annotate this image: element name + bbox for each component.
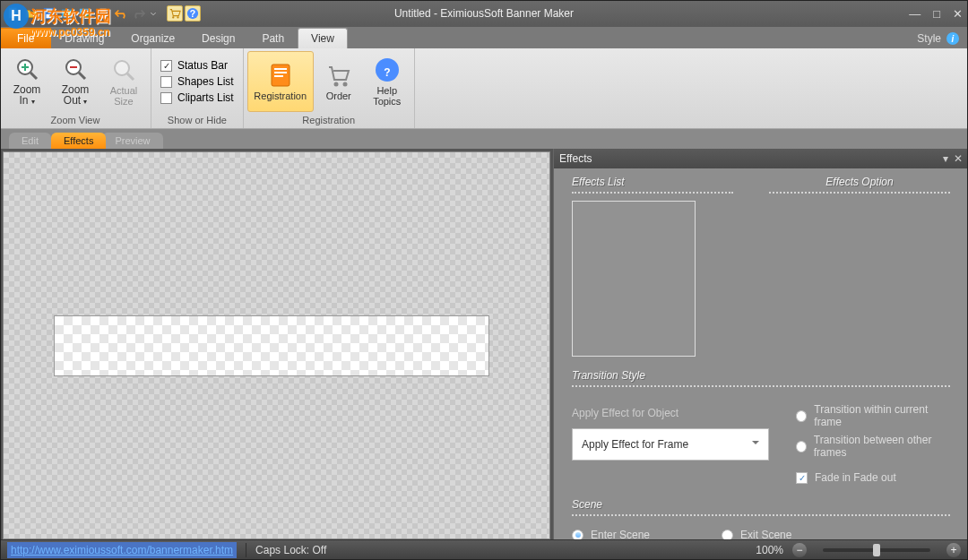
zoom-in-button[interactable]: Zoom In ▾ — [4, 51, 50, 112]
svg-line-20 — [79, 73, 85, 79]
qat-new-icon[interactable] — [5, 5, 22, 22]
svg-rect-27 — [274, 75, 283, 77]
tab-file[interactable]: File — [0, 28, 51, 48]
qat-redo-icon[interactable] — [131, 5, 147, 22]
qat-cart-icon[interactable] — [167, 5, 183, 22]
trans-within-radio[interactable]: Transition within current frame — [796, 403, 950, 428]
help-icon: ? — [374, 56, 401, 83]
zoom-out-button[interactable]: Zoom Out ▾ — [52, 51, 99, 112]
actual-size-icon — [110, 56, 137, 83]
style-label: Style — [917, 32, 941, 45]
status-bar: http://www.eximioussoft.com/bannermaker.… — [0, 539, 968, 560]
exit-scene-label: Exit Scene — [740, 529, 791, 539]
actual-size-button: Actual Size — [100, 51, 147, 112]
qat-print-icon[interactable] — [95, 5, 111, 22]
panel-menu-icon[interactable]: ▾ — [943, 152, 948, 165]
effects-listbox[interactable] — [572, 201, 696, 357]
tab-path[interactable]: Path — [248, 28, 298, 48]
svg-point-11 — [172, 16, 174, 18]
style-menu[interactable]: Stylei — [908, 29, 968, 48]
transition-style-header: Transition Style — [572, 369, 950, 385]
close-button[interactable]: ✕ — [953, 7, 963, 21]
trans-within-label: Transition within current frame — [814, 403, 950, 428]
effects-panel: Effects ▾ ✕ Effects List Effects Option … — [554, 149, 968, 539]
qat-save-icon[interactable] — [41, 5, 57, 22]
svg-rect-25 — [274, 68, 287, 70]
tab-design[interactable]: Design — [188, 28, 248, 48]
statusbar-check-label: Status Bar — [177, 59, 228, 72]
svg-text:?: ? — [384, 66, 390, 79]
dropdown-value: Apply Effect for Frame — [582, 438, 688, 451]
qat-image-icon[interactable] — [77, 5, 93, 22]
zoom-plus-button[interactable]: + — [946, 543, 961, 557]
zoom-slider[interactable] — [823, 548, 930, 552]
document-tabs: Edit Effects Preview — [0, 129, 968, 149]
title-bar: ? Untitled - EximiousSoft Banner Maker —… — [0, 0, 968, 27]
shapeslist-check-label: Shapes List — [177, 75, 234, 88]
help-button[interactable]: ? Help Topics — [364, 51, 411, 112]
trans-between-radio[interactable]: Transition between other frames — [796, 434, 950, 459]
doc-tab-preview[interactable]: Preview — [102, 133, 162, 149]
svg-rect-3 — [47, 9, 53, 13]
effects-option-header: Effects Option — [769, 176, 950, 192]
group-zoom-view: Zoom In ▾ Zoom Out ▾ Actual Size Zoom Vi… — [0, 48, 151, 128]
effects-list-header: Effects List — [572, 176, 733, 192]
statusbar-checkbox[interactable]: ✓Status Bar — [160, 59, 234, 72]
tab-drawing[interactable]: Drawing — [51, 28, 117, 48]
fade-checkbox[interactable]: ✓Fade in Fade out — [796, 471, 950, 484]
svg-rect-26 — [274, 72, 287, 73]
apply-effect-dropdown[interactable]: Apply Effect for Frame — [572, 428, 769, 461]
zoom-in-label: Zoom In — [13, 83, 41, 107]
actual-size-label: Actual Size — [110, 85, 138, 107]
quick-access-toolbar: ? — [5, 5, 201, 22]
qat-help-icon[interactable]: ? — [185, 5, 201, 22]
tab-organize[interactable]: Organize — [117, 28, 188, 48]
slider-thumb[interactable] — [873, 544, 880, 556]
banner-canvas[interactable] — [54, 315, 489, 376]
zoom-out-icon — [62, 56, 89, 82]
order-label: Order — [326, 90, 351, 101]
registration-icon — [267, 62, 294, 89]
zoom-minus-button[interactable]: − — [792, 543, 807, 557]
registration-label: Registration — [254, 90, 307, 101]
group-reg-label: Registration — [247, 113, 411, 128]
enter-scene-label: Enter Scene — [591, 529, 650, 539]
qat-dropdown-icon[interactable] — [149, 5, 158, 22]
minimize-button[interactable]: — — [909, 7, 920, 21]
panel-close-icon[interactable]: ✕ — [954, 152, 963, 165]
zoom-value: 100% — [756, 544, 783, 556]
svg-point-28 — [333, 82, 338, 87]
order-button[interactable]: Order — [315, 51, 362, 112]
maximize-button[interactable]: □ — [933, 7, 940, 21]
svg-point-22 — [115, 61, 129, 75]
qat-export-icon[interactable] — [59, 5, 75, 22]
svg-rect-9 — [100, 9, 107, 13]
main-area: Effects ▾ ✕ Effects List Effects Option … — [0, 149, 968, 539]
zoom-in-icon — [13, 56, 40, 82]
exit-scene-radio[interactable]: Exit Scene — [722, 529, 791, 539]
group-show-label: Show or Hide — [155, 113, 239, 128]
group-zoom-label: Zoom View — [4, 113, 147, 128]
shapeslist-checkbox[interactable]: Shapes List — [160, 75, 234, 88]
qat-undo-icon[interactable] — [113, 5, 129, 22]
help-label: Help Topics — [373, 85, 401, 107]
window-title: Untitled - EximiousSoft Banner Maker — [394, 7, 574, 20]
doc-tab-edit[interactable]: Edit — [9, 133, 51, 149]
svg-point-7 — [82, 11, 85, 14]
doc-tab-effects[interactable]: Effects — [51, 133, 106, 149]
svg-point-12 — [177, 16, 178, 18]
canvas-area[interactable] — [0, 149, 554, 539]
enter-scene-radio[interactable]: Enter Scene — [572, 529, 650, 539]
info-icon[interactable]: i — [946, 32, 959, 45]
svg-rect-5 — [64, 11, 72, 15]
group-registration: Registration Order ? Help Topics Registr… — [244, 48, 415, 128]
qat-open-icon[interactable] — [23, 5, 39, 22]
clipartslist-checkbox[interactable]: Cliparts List — [160, 91, 234, 104]
ribbon: Zoom In ▾ Zoom Out ▾ Actual Size Zoom Vi… — [0, 48, 968, 129]
ribbon-tabs: File Drawing Organize Design Path View S… — [0, 27, 968, 48]
svg-line-16 — [30, 73, 37, 79]
status-link[interactable]: http://www.eximioussoft.com/bannermaker.… — [7, 542, 237, 558]
tab-view[interactable]: View — [298, 28, 348, 48]
apply-object-label: Apply Effect for Object — [572, 407, 769, 419]
registration-button[interactable]: Registration — [247, 51, 314, 112]
